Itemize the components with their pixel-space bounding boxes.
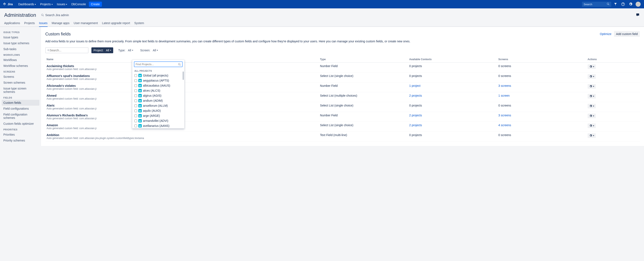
dropdown-item[interactable]: ◆ algirus (AGIS) — [132, 93, 184, 98]
dropdown-search[interactable] — [134, 62, 182, 67]
field-contexts[interactable]: 2 projects — [409, 94, 422, 97]
global-search-input[interactable] — [584, 3, 607, 6]
dropdown-checkbox[interactable] — [134, 74, 137, 77]
row-actions-button[interactable]: ▾ — [588, 133, 596, 138]
dropdown-item[interactable]: ◆ Global (all projects) — [132, 73, 184, 78]
chevron-down-icon: ▾ — [593, 95, 594, 97]
field-name: Ambition — [46, 133, 318, 137]
dropdown-item[interactable]: ◆ armandvillei (ADVI) — [132, 118, 184, 123]
dropdown-checkbox[interactable] — [134, 99, 137, 102]
filter-type[interactable]: Type: All ▾ — [116, 48, 135, 53]
chevron-down-icon: ▾ — [593, 85, 594, 88]
field-type: Number Field — [319, 112, 408, 122]
field-screens[interactable]: 1 screen — [498, 94, 510, 97]
tab-manage-apps[interactable]: Manage apps — [52, 20, 70, 26]
row-actions-button[interactable]: ▾ — [588, 84, 596, 89]
sidebar-item[interactable]: Sub-tasks — [2, 46, 40, 52]
row-actions-button[interactable]: ▾ — [588, 64, 596, 69]
dropdown-item[interactable]: ◆ albicaudatus (AAUS) — [132, 83, 184, 88]
field-screens[interactable]: 3 screens — [498, 84, 511, 88]
tab-applications[interactable]: Applications — [4, 20, 20, 26]
nav-projects[interactable]: Projects▾ — [38, 0, 55, 8]
dropdown-checkbox[interactable] — [134, 79, 137, 82]
optimize-link[interactable]: Optimize — [600, 32, 611, 36]
help-icon[interactable] — [620, 1, 626, 8]
sidebar-item[interactable]: Field configuration schemes — [2, 112, 40, 121]
svg-line-7 — [49, 50, 50, 51]
sidebar-item[interactable]: Issue type schemes — [2, 40, 40, 46]
jira-logo[interactable]: Jira — [2, 2, 13, 6]
tab-projects[interactable]: Projects — [24, 20, 35, 26]
jira-icon — [2, 2, 7, 6]
tab-system[interactable]: System — [134, 20, 144, 26]
dropdown-checkbox[interactable] — [134, 84, 137, 87]
sidebar-item[interactable]: Priorities — [2, 132, 40, 138]
page-title: Administration — [4, 12, 36, 18]
dropdown-item[interactable]: ◆ aquilo (AUIO) — [132, 108, 184, 113]
add-custom-field-button[interactable]: Add custom field — [614, 31, 640, 37]
field-type: Number Field — [319, 82, 408, 92]
tab-upgrade-report[interactable]: Latest upgrade report — [102, 20, 130, 26]
chevron-down-icon: ▾ — [66, 3, 67, 6]
dropdown-checkbox[interactable] — [134, 124, 137, 127]
field-contexts[interactable]: 2 projects — [409, 124, 422, 127]
admin-search[interactable]: Search Jira admin — [41, 14, 69, 17]
nav-dbconsole[interactable]: DbConsole — [69, 0, 88, 8]
dropdown-item[interactable]: ◆ alces (ALCS) — [132, 88, 184, 93]
sidebar-item[interactable]: Custom fields — [2, 100, 40, 106]
dropdown-checkbox[interactable] — [134, 114, 137, 117]
svg-point-0 — [607, 3, 609, 4]
notifications-icon[interactable] — [612, 1, 619, 8]
content: Custom fields Optimize Add custom field … — [41, 27, 644, 146]
row-actions-button[interactable]: ▾ — [588, 94, 596, 98]
dropdown-item-label: alces (ALCS) — [143, 89, 160, 92]
field-search[interactable] — [45, 48, 88, 53]
field-contexts[interactable]: 2 projects — [409, 114, 422, 117]
tab-user-management[interactable]: User management — [74, 20, 98, 26]
field-contexts[interactable]: 1 project — [409, 84, 420, 88]
sidebar-item[interactable]: Custom fields optimizer — [2, 121, 40, 126]
sidebar-item[interactable]: Screen schemes — [2, 80, 40, 86]
sidebar-item[interactable]: Workflow schemes — [2, 63, 40, 69]
dropdown-item[interactable]: ◆ ansellorum (ALLM) — [132, 103, 184, 108]
row-actions-button[interactable]: ▾ — [588, 114, 596, 118]
filter-project[interactable]: Project: All ▾ — [92, 48, 113, 53]
dropdown-item[interactable]: ◆ arge (ARGE) — [132, 113, 184, 118]
sidebar-item[interactable]: Priority schemes — [2, 138, 40, 144]
settings-icon[interactable] — [627, 1, 634, 8]
dropdown-item[interactable]: ◆ andium (ADIM) — [132, 98, 184, 103]
dropdown-checkbox[interactable] — [134, 94, 137, 97]
profile-avatar[interactable] — [635, 1, 642, 8]
col-type: Type — [319, 56, 408, 63]
table-row: AmbitionAuto generated custom field: com… — [45, 132, 640, 141]
row-actions-button[interactable]: ▾ — [588, 104, 596, 108]
dropdown-checkbox[interactable] — [134, 89, 137, 92]
create-button[interactable]: Create — [89, 2, 102, 7]
dropdown-item[interactable]: ◆ aegyptiacus (APTS) — [132, 78, 184, 83]
row-actions-button[interactable]: ▾ — [588, 74, 596, 79]
dropdown-checkbox[interactable] — [134, 120, 137, 122]
dropdown-search-input[interactable] — [136, 63, 178, 66]
dropdown-item[interactable]: ◆ avellanarius (AANS) — [132, 123, 184, 128]
dropdown-checkbox[interactable] — [134, 110, 137, 112]
nav-issues[interactable]: Issues▾ — [55, 0, 69, 8]
row-actions-button[interactable]: ▾ — [588, 124, 596, 128]
sidebar-item[interactable]: Issue types — [2, 34, 40, 40]
field-search-input[interactable] — [50, 49, 86, 52]
dropdown-checkbox[interactable] — [134, 104, 137, 107]
sidebar-item[interactable]: Screens — [2, 74, 40, 80]
sidebar-item[interactable]: Field configurations — [2, 106, 40, 112]
sidebar-item[interactable]: Workflows — [2, 57, 40, 63]
field-screens[interactable]: 4 screens — [498, 124, 511, 127]
nav-dashboards[interactable]: Dashboards▾ — [16, 0, 38, 8]
sidebar-item[interactable]: Issue type screen schemes — [2, 86, 40, 95]
scrollbar-thumb[interactable] — [182, 72, 184, 80]
field-type: Select List (single choice) — [319, 122, 408, 132]
project-icon: ◆ — [138, 99, 142, 102]
field-screens[interactable]: 3 screens — [498, 114, 511, 117]
filter-screen[interactable]: Screen: All ▾ — [138, 48, 160, 53]
feedback-icon[interactable] — [636, 13, 640, 18]
tab-issues[interactable]: Issues — [39, 20, 48, 27]
dropdown-list[interactable]: ◆ Global (all projects) ◆ aegyptiacus (A… — [132, 73, 184, 128]
global-search[interactable] — [582, 2, 611, 7]
